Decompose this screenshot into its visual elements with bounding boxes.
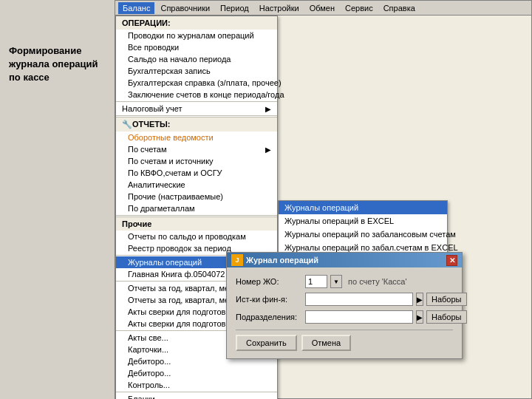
submenu: Журналы операций Журналы операций в EXCE… xyxy=(278,200,448,255)
submenu-item-journals-excel[interactable]: Журналы операций в EXCEL xyxy=(279,214,447,228)
label-nomer-zho: Номер ЖО: xyxy=(236,277,302,286)
menu-item-buh-zapis[interactable]: Бухгалтерская запись xyxy=(116,65,277,77)
divider-1 xyxy=(116,101,277,102)
suffix-nomer-zho: по счету 'Касса' xyxy=(348,277,407,286)
arrow-schetam: ▶ xyxy=(265,146,271,154)
menu-item-prochie-nastr[interactable]: Прочие (настраиваемые) xyxy=(116,191,277,202)
label-ist-fin: Ист-ки фин-я: xyxy=(236,295,302,304)
row-nomer-zho: Номер ЖО: ▼ по счету 'Касса' xyxy=(236,275,453,288)
dialog-close-button[interactable]: ✕ xyxy=(446,255,457,266)
menu-item-kontrol[interactable]: Контроль... xyxy=(116,379,277,391)
dialog-title: Журнал операций xyxy=(246,256,318,265)
nabory-ist-fin-button[interactable]: Наборы xyxy=(426,293,467,306)
menu-item-provod-journals[interactable]: Проводки по журналам операций xyxy=(116,30,277,41)
spin-nomer-zho[interactable]: ▼ xyxy=(330,275,342,288)
cancel-button[interactable]: Отмена xyxy=(301,335,351,351)
menu-settings[interactable]: Настройки xyxy=(255,2,304,14)
menu-item-all-provod[interactable]: Все проводки xyxy=(116,41,277,53)
browse-ist-fin[interactable]: ▶ xyxy=(416,293,423,306)
save-button[interactable]: Сохранить xyxy=(236,335,297,351)
row-ist-fin: Ист-ки фин-я: ▶ Наборы xyxy=(236,293,453,306)
menubar: Баланс Справочники Период Настройки Обме… xyxy=(115,1,531,16)
arrow-nalog: ▶ xyxy=(265,105,271,113)
dialog-buttons-row: Сохранить Отмена xyxy=(236,330,453,351)
menu-period[interactable]: Период xyxy=(216,2,253,14)
menu-item-blanki[interactable]: Бланки xyxy=(116,393,277,399)
divider-7 xyxy=(116,392,277,392)
menu-service[interactable]: Сервис xyxy=(341,2,378,14)
dialog-journal-op: J Журнал операций ✕ Номер ЖО: ▼ по счету… xyxy=(226,252,463,359)
section-prochie: Прочие xyxy=(116,216,277,231)
menu-item-dragmet[interactable]: По драгметаллам xyxy=(116,202,277,214)
left-panel: Формирование журнала операций по кассе xyxy=(0,37,115,92)
menu-item-po-schetam-ist[interactable]: По счетам и источнику xyxy=(116,155,277,167)
dialog-titlebar: J Журнал операций ✕ xyxy=(227,253,462,267)
input-podrazd[interactable] xyxy=(305,310,413,324)
menu-item-otch-saldo[interactable]: Отчеты по сальдо и проводкам xyxy=(116,231,277,242)
menu-item-po-kvfo[interactable]: По КВФО,счетам и ОСГУ xyxy=(116,167,277,179)
section-otchety: 🔧ОТЧЕТЫ: xyxy=(116,117,277,132)
dialog-body: Номер ЖО: ▼ по счету 'Касса' Ист-ки фин-… xyxy=(227,267,462,358)
menu-item-analitich[interactable]: Аналитические xyxy=(116,179,277,191)
menu-item-saldo[interactable]: Сальдо на начало периода xyxy=(116,53,277,65)
menu-item-zakl[interactable]: Заключение счетов в конце периода/года xyxy=(116,89,277,100)
divider-2 xyxy=(116,115,277,116)
main-window: Баланс Справочники Период Настройки Обме… xyxy=(115,0,532,399)
left-panel-text: Формирование журнала операций по кассе xyxy=(9,45,98,83)
menu-exchange[interactable]: Обмен xyxy=(305,2,339,14)
menu-item-po-schetam[interactable]: По счетам ▶ xyxy=(116,143,277,155)
menu-item-oborot[interactable]: Оборотные ведомости xyxy=(116,132,277,143)
menu-item-buh-sprav[interactable]: Бухгалтерская справка (з/плата, прочее) xyxy=(116,77,277,89)
browse-podrazd[interactable]: ▶ xyxy=(416,310,423,324)
menu-balance[interactable]: Баланс xyxy=(118,2,154,14)
menu-help[interactable]: Справка xyxy=(379,2,420,14)
input-ist-fin[interactable] xyxy=(305,293,413,306)
menu-item-debitor2[interactable]: Дебиторо... xyxy=(116,367,277,379)
submenu-item-journals-zabal[interactable]: Журналы операций по забалансовым счетам xyxy=(279,228,447,241)
dialog-icon: J xyxy=(231,254,243,266)
label-podrazd: Подразделения: xyxy=(236,313,302,321)
menu-item-nalog[interactable]: Налоговый учет ▶ xyxy=(116,103,277,115)
nabory-podrazd-button[interactable]: Наборы xyxy=(426,310,467,324)
submenu-item-journals[interactable]: Журналы операций xyxy=(279,201,447,214)
row-podrazd: Подразделения: ▶ Наборы xyxy=(236,310,453,324)
section-operations: ОПЕРАЦИИ: xyxy=(116,16,277,30)
input-nomer-zho[interactable] xyxy=(305,275,327,288)
menu-references[interactable]: Справочники xyxy=(156,2,214,14)
divider-3 xyxy=(116,215,277,216)
